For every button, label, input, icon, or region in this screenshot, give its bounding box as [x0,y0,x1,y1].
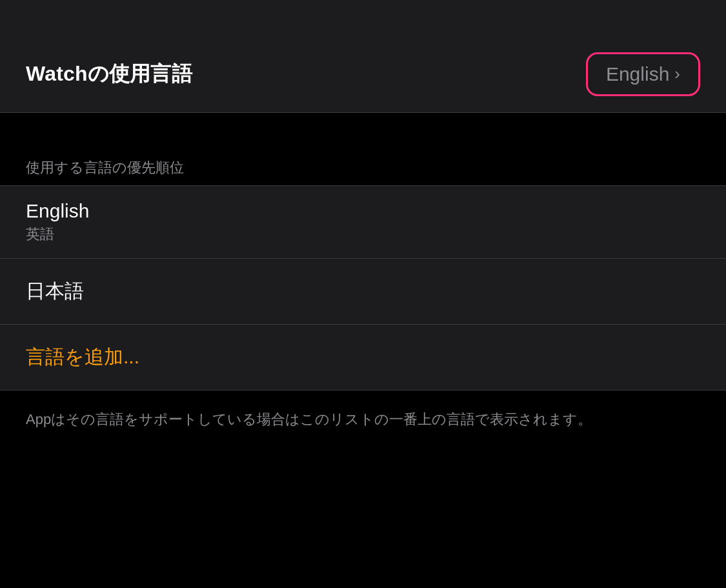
header-section: Watchの使用言語 English › [0,35,726,113]
footer-text: Appはその言語をサポートしている場合はこのリストの一番上の言語で表示されます。 [26,409,700,430]
top-navigation-bar [0,0,726,35]
list-item[interactable]: 日本語 [0,259,726,325]
language-priority-section-header: 使用する言語の優先順位 [0,152,726,186]
add-language-label: 言語を追加... [26,346,139,367]
footer-description: Appはその言語をサポートしている場合はこのリストの一番上の言語で表示されます。 [0,390,726,448]
gap-section [0,113,726,152]
language-primary-label: English [26,200,700,222]
page-title: Watchの使用言語 [26,60,192,88]
chevron-right-icon: › [674,64,680,84]
section-label-text: 使用する言語の優先順位 [26,159,184,176]
language-secondary-label: 英語 [26,225,700,244]
add-language-button[interactable]: 言語を追加... [0,325,726,390]
language-primary-label: 日本語 [26,278,700,305]
current-language-label: English [606,63,669,85]
list-item[interactable]: English 英語 [0,186,726,259]
language-selector-button[interactable]: English › [586,52,700,96]
language-list: English 英語 日本語 言語を追加... [0,186,726,390]
